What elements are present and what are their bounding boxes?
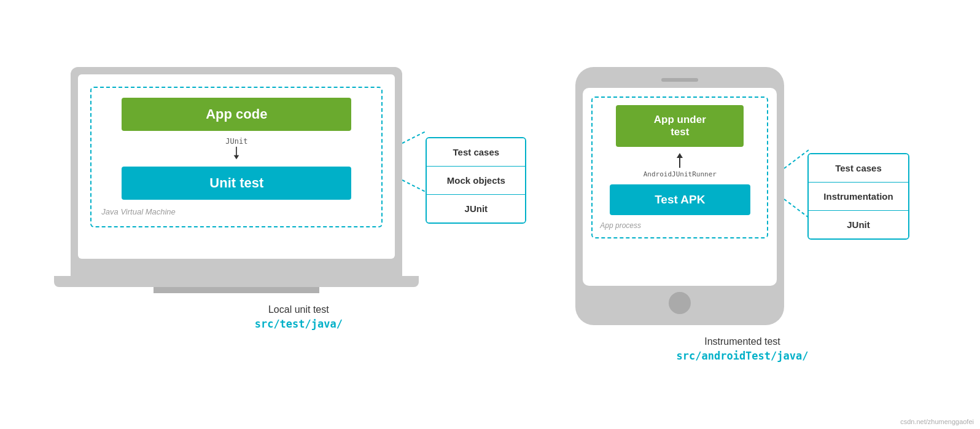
right-caption-main: Instrumented test [677, 336, 809, 347]
svg-line-7 [784, 199, 809, 218]
svg-line-6 [784, 150, 809, 168]
phone-speaker [661, 78, 698, 82]
svg-marker-5 [677, 153, 683, 158]
instrumentation-row: Instrumentation [809, 183, 908, 211]
right-section: App under test AndroidJUnitRunner [575, 67, 909, 362]
laptop-stand [154, 287, 319, 293]
right-caption-path: src/androidTest/java/ [677, 350, 809, 362]
phone-screen: App under test AndroidJUnitRunner [583, 88, 777, 286]
left-caption-path: src/test/java/ [255, 318, 343, 330]
app-under-test-block: App under test [616, 105, 744, 147]
arrow-down-icon [230, 146, 243, 160]
watermark: csdn.net/zhumenggaofei [900, 418, 974, 425]
test-cases-row-left: Test cases [427, 138, 525, 167]
main-container: App code JUnit [0, 55, 980, 374]
left-section: App code JUnit [71, 67, 526, 330]
vm-label: Java Virtual Machine [101, 207, 175, 216]
left-connector-svg [402, 125, 427, 199]
laptop-screen-inner: App code JUnit [78, 74, 395, 259]
mock-objects-row: Mock objects [427, 167, 525, 195]
svg-line-3 [402, 180, 427, 192]
left-test-panel: Test cases Mock objects JUnit [426, 137, 526, 224]
left-diagram: App code JUnit [71, 67, 526, 293]
right-dashed-box: App under test AndroidJUnitRunner [591, 96, 768, 238]
test-apk-block: Test APK [610, 184, 750, 215]
unit-test-block: Unit test [122, 167, 351, 200]
phone-home-button [669, 292, 691, 314]
left-caption: Local unit test src/test/java/ [255, 304, 343, 330]
arrow-up-icon [674, 152, 685, 169]
right-caption: Instrumented test src/androidTest/java/ [677, 336, 809, 362]
runner-arrow: AndroidJUnitRunner [644, 152, 717, 179]
left-caption-main: Local unit test [255, 304, 343, 315]
laptop-base [54, 276, 419, 287]
left-dashed-box: App code JUnit [90, 87, 383, 227]
phone: App under test AndroidJUnitRunner [575, 67, 784, 325]
junit-arrow: JUnit [225, 137, 247, 160]
svg-line-2 [402, 131, 427, 143]
test-cases-row-right: Test cases [809, 154, 908, 183]
junit-row-right: JUnit [809, 211, 908, 238]
laptop-screen: App code JUnit [71, 67, 402, 276]
junit-row-left: JUnit [427, 195, 525, 222]
app-code-block: App code [122, 98, 351, 131]
right-connector-svg [784, 144, 809, 224]
runner-label: AndroidJUnitRunner [644, 170, 717, 178]
app-process-label: App process [600, 221, 641, 230]
right-test-panel: Test cases Instrumentation JUnit [807, 153, 909, 240]
phone-body: App under test AndroidJUnitRunner [575, 67, 784, 325]
junit-label: JUnit [225, 137, 247, 146]
laptop: App code JUnit [71, 67, 402, 293]
svg-marker-1 [234, 155, 239, 159]
right-diagram: App under test AndroidJUnitRunner [575, 67, 909, 325]
